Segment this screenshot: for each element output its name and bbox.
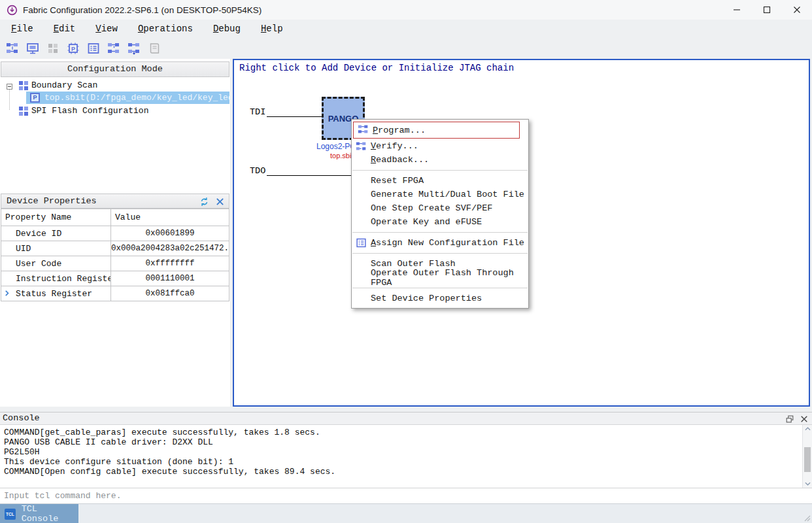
tree-item-spi-flash[interactable]: SPI Flash Configuration	[0, 105, 229, 117]
toolbar: P	[0, 38, 812, 59]
table-row[interactable]: Device ID 0x00601899	[1, 226, 229, 241]
devices-icon[interactable]	[46, 42, 59, 56]
app-icon	[7, 5, 18, 16]
console-line: PANGO USB CABLE II cable driver: D2XX DL…	[4, 437, 799, 447]
console-line: This device configure situation (done bi…	[4, 457, 799, 467]
boundary-scan-icon	[18, 80, 28, 90]
close-console-icon[interactable]	[799, 414, 809, 424]
tcl-command-input[interactable]	[0, 488, 812, 503]
menu-file[interactable]: File	[8, 22, 37, 36]
device-properties-title: Device Properties	[7, 196, 97, 206]
column-property-name: Property Name	[1, 209, 111, 226]
resize-grip[interactable]	[803, 514, 811, 522]
expand-chevron-icon[interactable]	[5, 290, 10, 296]
menu-debug[interactable]: Debug	[210, 22, 244, 36]
device-properties-table: Property Name Value Device ID 0x00601899…	[1, 209, 229, 301]
tcl-icon: TCL	[5, 509, 16, 520]
float-panel-icon[interactable]	[785, 414, 795, 424]
canvas-hint: Right click to Add Device or Initialize …	[239, 63, 514, 73]
menu-item-reset-fpga[interactable]: Reset FPGA	[352, 174, 528, 188]
menu-separator	[352, 253, 528, 254]
menu-item-program[interactable]: Program...	[354, 122, 519, 138]
device-bitfile-label: top.sbi	[330, 152, 351, 160]
titlebar: Fabric Configuration 2022.2-SP6.1 (on DE…	[0, 0, 812, 20]
table-row[interactable]: Instruction Register 0001110001	[1, 271, 229, 286]
menu-separator	[352, 288, 528, 288]
menu-item-assign-configuration-file[interactable]: Assign New Configuration File	[352, 236, 528, 250]
menu-item-set-device-properties[interactable]: Set Device Properties	[352, 292, 528, 305]
menu-item-operate-outer-flash[interactable]: Operate Outer Flash Through FPGA	[352, 271, 528, 284]
menu-edit[interactable]: Edit	[50, 22, 79, 36]
configuration-file-icon[interactable]	[86, 42, 100, 56]
tcl-input-row	[0, 488, 812, 503]
scrollbar-thumb[interactable]	[804, 447, 811, 472]
menubar: File Edit View Operations Debug Help	[0, 20, 812, 38]
program-all-devices-icon[interactable]	[127, 42, 141, 56]
left-panel: Configuration Mode Boundary Scan P top.s…	[0, 59, 230, 407]
close-panel-icon[interactable]	[214, 196, 225, 207]
tdi-wire	[267, 116, 322, 117]
refresh-icon[interactable]	[199, 196, 209, 207]
tree-item-boundary-scan[interactable]: Boundary Scan	[0, 79, 229, 92]
table-row[interactable]: UID 0x000a2004283a02c251472...	[1, 241, 229, 256]
console-scrollbar[interactable]	[802, 425, 812, 488]
console-header: Console	[0, 412, 812, 425]
log-file-icon[interactable]	[147, 42, 161, 56]
verify-icon	[356, 141, 367, 152]
menu-separator	[352, 170, 528, 171]
tdi-label: TDI	[250, 107, 265, 117]
window-controls	[722, 0, 812, 20]
tab-tcl-console[interactable]: TCL TCL Console	[0, 504, 78, 523]
console-log[interactable]: COMMAND[get_cable_paras] execute success…	[0, 425, 812, 488]
config-cable-icon[interactable]	[25, 42, 39, 56]
column-value: Value	[111, 209, 229, 226]
menu-view[interactable]: View	[92, 22, 121, 36]
menu-item-verify[interactable]: Verify...	[352, 139, 528, 153]
table-row[interactable]: User Code 0xffffffff	[1, 256, 229, 271]
menu-separator	[352, 232, 528, 233]
menu-item-one-step-svf-pef[interactable]: One Step Create SVF/PEF	[352, 201, 528, 215]
default-action-highlight: Program...	[353, 122, 520, 139]
svg-text:P: P	[71, 46, 75, 52]
menu-help[interactable]: Help	[258, 22, 286, 36]
device-family-label: Logos2-PG	[316, 142, 356, 151]
add-device-icon[interactable]: P	[66, 42, 80, 56]
window-title: Fabric Configuration 2022.2-SP6.1 (on DE…	[23, 5, 262, 15]
program-icon	[358, 124, 369, 135]
program-device-icon[interactable]	[107, 42, 120, 56]
configuration-mode-header: Configuration Mode	[1, 61, 229, 77]
configuration-mode-tree: Boundary Scan P top.sbit(D:/fpga_demo/ke…	[0, 77, 229, 188]
scroll-up-icon[interactable]	[803, 425, 812, 433]
assign-file-icon	[356, 237, 367, 248]
console-line: COMMAND[Open config cable] execute succe…	[4, 467, 799, 477]
menu-item-operate-key-efuse[interactable]: Operate Key and eFUSE	[352, 215, 528, 229]
tree-item-bitfile-selected[interactable]: P top.sbit(D:/fpga_demo/key_led/key_led/…	[26, 92, 229, 104]
table-header-row: Property Name Value	[1, 209, 229, 226]
init-jtag-chain-icon[interactable]	[5, 42, 19, 56]
fpga-chip-icon: P	[30, 93, 40, 103]
maximize-button[interactable]	[752, 0, 782, 20]
device-properties-header: Device Properties	[1, 194, 229, 209]
console-line: PG2L50H	[4, 447, 799, 457]
spi-flash-icon	[18, 106, 28, 116]
device-context-menu: Program... Verify... Readback... Reset F…	[351, 119, 529, 309]
collapse-icon[interactable]	[7, 84, 12, 90]
bottom-tab-bar: TCL TCL Console	[0, 503, 812, 523]
menu-item-generate-boot-file[interactable]: Generate Multi/Dual Boot File	[352, 188, 528, 201]
menu-operations[interactable]: Operations	[135, 22, 196, 36]
minimize-button[interactable]	[722, 0, 752, 20]
menu-item-readback[interactable]: Readback...	[352, 153, 528, 167]
tdo-label: TDO	[250, 166, 265, 176]
console-title: Console	[3, 413, 40, 423]
table-row[interactable]: Status Register 0x081ffca0	[1, 286, 229, 301]
scroll-down-icon[interactable]	[803, 480, 812, 488]
close-button[interactable]	[782, 0, 812, 20]
console-line: COMMAND[get_cable_paras] execute success…	[4, 428, 799, 437]
